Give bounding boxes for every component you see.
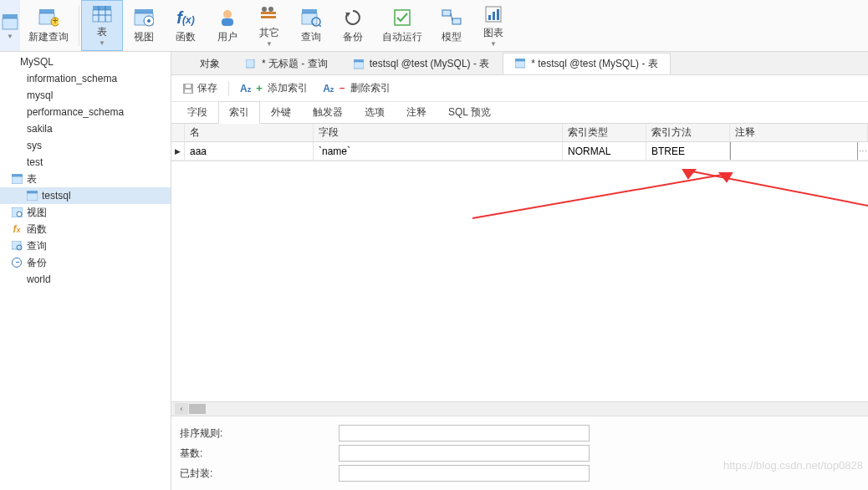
toolbar-unknown-left[interactable]: ▼ bbox=[0, 0, 20, 51]
action-bar: 保存 Az ＋ 添加索引 Az － 删除索引 bbox=[171, 75, 868, 102]
tree-item-label: mysql bbox=[27, 89, 53, 101]
tree-item[interactable]: information_schema bbox=[0, 70, 171, 87]
cell-type[interactable]: NORMAL bbox=[563, 142, 646, 160]
subtab[interactable]: 外键 bbox=[260, 101, 302, 123]
col-name[interactable]: 名 bbox=[185, 124, 314, 141]
col-type[interactable]: 索引类型 bbox=[563, 124, 646, 141]
tree-item-label: information_schema bbox=[27, 73, 117, 84]
packed-input[interactable] bbox=[339, 465, 590, 482]
svg-rect-18 bbox=[261, 16, 276, 18]
object-tree[interactable]: MySQLinformation_schemamysqlperformance_… bbox=[0, 52, 171, 490]
svg-point-19 bbox=[262, 7, 267, 12]
table-icon bbox=[10, 174, 23, 184]
editor-tab[interactable]: 对象 bbox=[171, 53, 232, 74]
col-field[interactable]: 字段 bbox=[314, 124, 563, 141]
svg-rect-17 bbox=[261, 12, 276, 14]
editor-tab[interactable]: * testsql @test (MySQL) - 表 bbox=[503, 53, 671, 74]
cell-method[interactable]: BTREE bbox=[646, 142, 730, 160]
subtab[interactable]: 索引 bbox=[218, 101, 260, 124]
svg-rect-28 bbox=[452, 18, 461, 24]
az-icon: Az bbox=[240, 83, 251, 94]
svg-rect-0 bbox=[3, 14, 18, 18]
tree-item-label: world bbox=[27, 273, 51, 285]
tree-item[interactable]: sys bbox=[0, 137, 171, 154]
cell-comment[interactable] bbox=[730, 142, 858, 160]
svg-rect-33 bbox=[497, 9, 499, 20]
delete-index-button[interactable]: Az － 删除索引 bbox=[319, 79, 395, 97]
fx-icon: fx bbox=[10, 223, 23, 235]
tree-item[interactable]: testsql bbox=[0, 187, 171, 204]
view-icon bbox=[10, 207, 23, 217]
autorun-button[interactable]: 自动运行 bbox=[374, 0, 431, 51]
tree-item[interactable]: 备份 bbox=[0, 254, 171, 271]
col-comment[interactable]: 注释 bbox=[730, 124, 868, 141]
subtab[interactable]: SQL 预览 bbox=[437, 101, 502, 123]
user-button[interactable]: 用户 bbox=[207, 0, 248, 51]
tab-icon bbox=[354, 59, 365, 69]
horizontal-scrollbar[interactable]: ‹ bbox=[171, 401, 868, 416]
cardinality-input[interactable] bbox=[339, 445, 590, 462]
editor-tab[interactable]: * 无标题 - 查询 bbox=[233, 53, 340, 74]
svg-rect-16 bbox=[222, 18, 233, 26]
collation-input[interactable] bbox=[339, 425, 590, 442]
annotation-arrow bbox=[673, 165, 868, 223]
editor-tab[interactable]: testsql @test (MySQL) - 表 bbox=[341, 53, 503, 74]
scroll-left-icon[interactable]: ‹ bbox=[175, 403, 188, 415]
cell-field[interactable]: `name` bbox=[314, 142, 563, 160]
tree-item[interactable]: 表 bbox=[0, 171, 171, 187]
save-icon bbox=[182, 83, 194, 94]
tab-icon bbox=[246, 59, 258, 69]
svg-rect-46 bbox=[515, 61, 525, 68]
tab-icon bbox=[515, 59, 527, 69]
svg-line-52 bbox=[683, 170, 868, 215]
subtab[interactable]: 选项 bbox=[354, 101, 396, 123]
col-method[interactable]: 索引方法 bbox=[646, 124, 730, 141]
backup-icon bbox=[10, 258, 23, 268]
svg-rect-26 bbox=[395, 10, 410, 25]
svg-rect-45 bbox=[515, 59, 525, 61]
function-button[interactable]: f(x) 函数 bbox=[165, 0, 207, 51]
tree-item[interactable]: test bbox=[0, 154, 171, 171]
query-button[interactable]: 查询 bbox=[290, 0, 332, 51]
index-grid[interactable]: 名 字段 索引类型 索引方法 注释 aaa `name` NORMAL BTRE… bbox=[171, 124, 868, 161]
tree-item[interactable]: 查询 bbox=[0, 237, 171, 254]
svg-point-39 bbox=[17, 212, 22, 217]
tree-item[interactable]: performance_schema bbox=[0, 104, 171, 120]
other-label: 其它 bbox=[259, 26, 279, 40]
svg-rect-11 bbox=[135, 9, 153, 13]
subtab[interactable]: 注释 bbox=[396, 101, 437, 123]
view-button[interactable]: 视图 bbox=[123, 0, 165, 51]
row-more-icon[interactable]: ⋯ bbox=[858, 146, 868, 156]
new-query-button[interactable]: + 新建查询 bbox=[20, 0, 77, 51]
tree-item[interactable]: fx函数 bbox=[0, 221, 171, 237]
subtab[interactable]: 触发器 bbox=[302, 101, 354, 123]
tree-item[interactable]: 视图 bbox=[0, 204, 171, 221]
tree-item[interactable]: mysql bbox=[0, 87, 171, 104]
svg-point-20 bbox=[268, 7, 273, 12]
scroll-thumb[interactable] bbox=[189, 404, 206, 414]
tree-item-label: 函数 bbox=[27, 222, 47, 237]
add-index-button[interactable]: Az ＋ 添加索引 bbox=[236, 79, 312, 97]
subtab[interactable]: 字段 bbox=[176, 101, 218, 123]
table-button[interactable]: 表 ▼ bbox=[81, 0, 123, 51]
chart-button[interactable]: 图表 ▼ bbox=[472, 0, 514, 51]
designer-subtabs: 字段索引外键触发器选项注释SQL 预览 bbox=[171, 102, 868, 124]
svg-rect-34 bbox=[12, 174, 23, 176]
cell-name[interactable]: aaa bbox=[185, 142, 314, 160]
other-button[interactable]: 其它 ▼ bbox=[248, 0, 290, 51]
query-icon bbox=[10, 241, 23, 251]
tree-item[interactable]: MySQL bbox=[0, 54, 171, 70]
tree-item[interactable]: world bbox=[0, 271, 171, 288]
model-button[interactable]: 模型 bbox=[431, 0, 472, 51]
backup-button[interactable]: 备份 bbox=[332, 0, 374, 51]
tree-item[interactable]: sakila bbox=[0, 120, 171, 137]
comment-input[interactable] bbox=[736, 144, 852, 159]
grid-blank-area bbox=[171, 161, 868, 401]
save-button[interactable]: 保存 bbox=[178, 79, 222, 97]
main-toolbar: ▼ + 新建查询 表 ▼ 视图 f(x) 函数 用户 其它 ▼ bbox=[0, 0, 868, 52]
grid-row[interactable]: aaa `name` NORMAL BTREE ⋯ bbox=[171, 142, 868, 161]
row-indicator bbox=[171, 142, 185, 160]
tree-item-label: MySQL bbox=[20, 56, 54, 68]
tree-item-label: 表 bbox=[27, 172, 37, 186]
editor-tabs: 对象* 无标题 - 查询testsql @test (MySQL) - 表* t… bbox=[171, 52, 868, 75]
